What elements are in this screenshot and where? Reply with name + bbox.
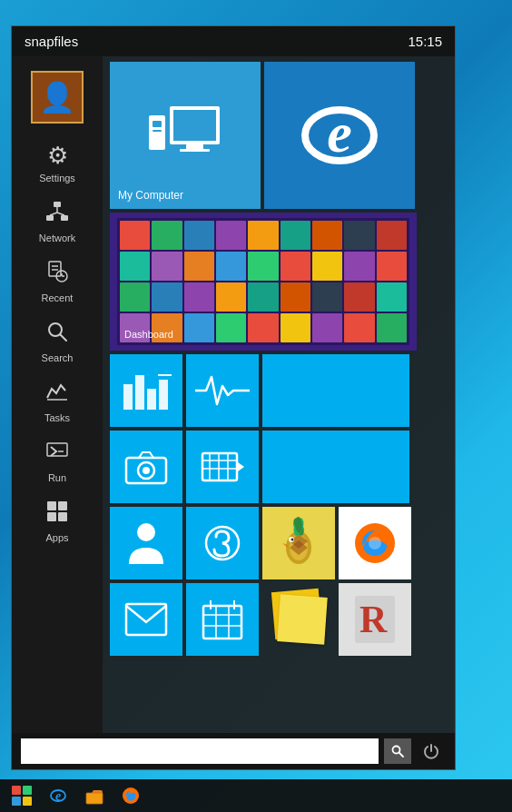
svg-rect-33 [159, 380, 168, 410]
svg-point-38 [143, 467, 150, 474]
user-icon: 👤 [39, 80, 75, 114]
sidebar-item-run-label: Run [48, 472, 66, 483]
tile-person[interactable] [110, 507, 182, 579]
tile-blue-large[interactable] [262, 354, 409, 427]
settings-icon: ⚙ [47, 142, 68, 170]
tile-pulse[interactable] [186, 354, 259, 427]
svg-rect-25 [173, 110, 216, 141]
tile-tropical[interactable] [262, 507, 335, 579]
start-menu: snapfiles 15:15 👤 ⚙ Settings [11, 25, 456, 770]
svg-rect-72 [86, 793, 103, 804]
sidebar-item-search[interactable]: Search [12, 311, 103, 371]
win-logo-red [12, 786, 21, 795]
win-logo-blue [12, 797, 21, 806]
svg-rect-22 [153, 121, 162, 127]
taskbar: e [0, 779, 512, 812]
svg-point-46 [137, 523, 155, 541]
avatar: 👤 [31, 71, 84, 124]
search-bar [12, 733, 455, 769]
svg-rect-30 [123, 384, 133, 410]
start-button[interactable] [7, 781, 36, 810]
svg-rect-59 [203, 606, 241, 639]
svg-rect-23 [153, 130, 162, 132]
svg-rect-19 [47, 512, 56, 521]
sidebar-item-recent-label: Recent [42, 292, 74, 303]
tile-row-5 [110, 507, 448, 579]
svg-rect-21 [149, 115, 165, 150]
dashboard-label: Dashboard [124, 329, 173, 340]
svg-marker-45 [238, 462, 244, 471]
sidebar-item-apps-label: Apps [45, 532, 68, 543]
sidebar-item-apps[interactable]: Apps [12, 490, 103, 550]
sidebar-item-recent[interactable]: Recent [12, 251, 103, 311]
svg-rect-32 [147, 389, 156, 410]
tile-camera[interactable] [110, 431, 182, 503]
tile-row-3 [110, 354, 448, 427]
desktop: snapfiles 15:15 👤 ⚙ Settings [0, 0, 512, 812]
svg-point-57 [369, 537, 381, 550]
tile-row-6: R [110, 583, 448, 656]
svg-text:R: R [359, 599, 388, 640]
windows-logo [12, 786, 32, 806]
sidebar-item-search-label: Search [42, 352, 74, 363]
svg-rect-20 [58, 512, 67, 521]
sidebar: 👤 ⚙ Settings [12, 56, 103, 733]
tile-video[interactable] [186, 431, 259, 503]
clock: 15:15 [408, 34, 442, 49]
svg-text:e: e [55, 789, 61, 803]
sidebar-item-settings[interactable]: ⚙ Settings [12, 133, 103, 191]
tile-rocketdock[interactable]: R [339, 583, 411, 656]
tiles-area: My Computer e [103, 56, 455, 733]
svg-line-13 [61, 335, 67, 342]
sidebar-item-network-label: Network [39, 233, 75, 243]
sidebar-item-settings-label: Settings [39, 173, 75, 183]
svg-rect-2 [61, 215, 68, 221]
network-icon [45, 200, 69, 230]
recent-icon [45, 260, 69, 290]
win-logo-green [23, 786, 32, 795]
svg-point-68 [393, 747, 400, 754]
sidebar-item-run[interactable]: Run [12, 431, 103, 490]
svg-line-5 [57, 213, 64, 215]
svg-line-4 [50, 213, 57, 215]
tile-internet-explorer[interactable]: e [264, 62, 415, 209]
tile-my-computer[interactable]: My Computer [110, 62, 261, 209]
taskbar-ie[interactable]: e [44, 781, 73, 810]
username: snapfiles [25, 34, 78, 49]
svg-rect-6 [49, 262, 61, 276]
svg-rect-15 [47, 443, 67, 456]
tile-dashboard[interactable]: Dashboard [110, 213, 417, 351]
power-button[interactable] [417, 738, 446, 764]
run-icon [45, 440, 69, 470]
tile-notes[interactable] [262, 583, 335, 656]
tile-row-1: My Computer e [110, 62, 448, 209]
taskbar-explorer[interactable] [80, 781, 109, 810]
svg-line-69 [399, 753, 403, 757]
sidebar-item-user[interactable]: 👤 [12, 62, 103, 133]
svg-rect-1 [46, 215, 54, 221]
sidebar-item-network[interactable]: Network [12, 191, 103, 251]
search-button[interactable] [384, 738, 411, 764]
my-computer-label: My Computer [118, 189, 183, 202]
search-input[interactable] [21, 738, 379, 764]
svg-point-54 [291, 539, 294, 541]
main-area: 👤 ⚙ Settings [12, 56, 455, 733]
tasks-icon [45, 380, 69, 410]
sidebar-item-tasks[interactable]: Tasks [12, 371, 103, 431]
tile-calendar[interactable] [186, 583, 259, 656]
tile-firefox[interactable] [339, 507, 411, 579]
tile-row-2: Dashboard [110, 213, 448, 351]
tile-blue-large2[interactable] [262, 431, 409, 503]
svg-rect-27 [180, 149, 210, 152]
taskbar-firefox[interactable] [116, 781, 145, 810]
svg-text:e: e [327, 102, 352, 163]
svg-rect-31 [135, 375, 144, 410]
svg-rect-0 [54, 202, 61, 207]
tile-stats[interactable] [110, 354, 182, 427]
header: snapfiles 15:15 [12, 26, 455, 56]
tile-mail[interactable] [110, 583, 182, 656]
svg-rect-18 [58, 501, 67, 510]
tile-skype[interactable] [186, 507, 259, 579]
win-logo-yellow [23, 797, 32, 806]
tile-row-4 [110, 431, 448, 503]
